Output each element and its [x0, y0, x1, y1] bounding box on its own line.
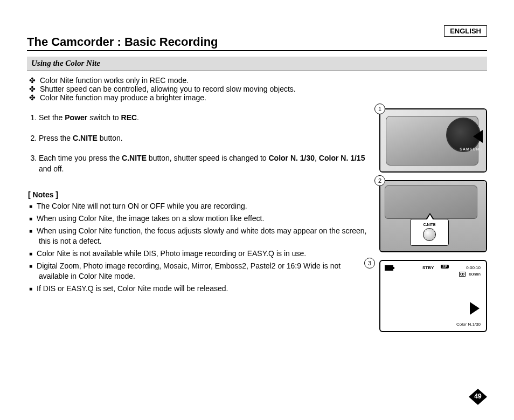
callout-bubble: C.NITE: [410, 219, 449, 246]
bold-cnite: C.NITE: [73, 134, 98, 142]
bold-cnite: C.NITE: [122, 154, 147, 162]
arrow-left-icon: [473, 130, 483, 143]
page-number: 49: [469, 393, 487, 400]
cnite-button-icon: [423, 228, 436, 241]
battery-icon: [385, 265, 393, 271]
bold-power: Power: [65, 113, 87, 122]
notes-title: [ Notes ]: [28, 190, 369, 199]
osd-sp-badge: SP: [441, 265, 449, 268]
text: button, shutter speed is changed to: [147, 154, 269, 162]
camcorder-illustration: SAMSUNG: [380, 109, 486, 171]
step-3: Each time you press the C.NITE button, s…: [39, 153, 369, 174]
text-column: Color Nite function works only in REC mo…: [27, 76, 379, 340]
brand-label: SAMSUNG: [460, 147, 483, 151]
note-item: If DIS or EASY.Q is set, Color Nite mode…: [39, 284, 369, 294]
osd-remaining: 60min: [469, 272, 481, 277]
tape-icon: [459, 272, 466, 277]
note-item: When using Color Nite function, the focu…: [39, 226, 369, 246]
intro-bullet: Shutter speed can be controlled, allowin…: [39, 85, 369, 93]
text: .: [137, 113, 139, 122]
page-number-badge: 49: [469, 389, 487, 405]
text: Each time you press the: [39, 154, 122, 162]
figure-number-badge: 2: [374, 175, 385, 186]
play-icon: [470, 302, 480, 315]
figure-2: 2 C.NITE: [379, 180, 487, 252]
figure-number-badge: 1: [374, 104, 385, 114]
page-title: The Camcorder : Basic Recording: [27, 35, 487, 49]
button-illustration: C.NITE: [380, 181, 486, 251]
figure-frame: SAMSUNG: [379, 108, 487, 173]
figure-frame: C.NITE: [379, 180, 487, 252]
bold-color-n-115: Color N. 1/15: [319, 154, 365, 162]
steps-list: Set the Power switch to REC. Press the C…: [27, 113, 369, 174]
notes-list: The Color Nite will not turn ON or OFF w…: [27, 201, 369, 293]
title-rule: [27, 50, 487, 51]
intro-bullet: Color Nite function works only in REC mo…: [39, 76, 369, 85]
bold-rec: REC: [121, 113, 137, 122]
step-1: Set the Power switch to REC.: [39, 113, 369, 123]
content-row: Color Nite function works only in REC mo…: [27, 76, 487, 340]
section-header: Using the Color Nite: [27, 57, 487, 71]
text: button.: [98, 134, 123, 142]
figure-3: 3 STBY SP 0:00:10 60min Color N.1/30: [379, 260, 487, 332]
text: Set the: [39, 113, 65, 122]
bold-color-n-130: Color N. 1/30: [268, 154, 315, 162]
intro-bullets: Color Nite function works only in REC mo…: [27, 76, 369, 102]
figure-1: 1 SAMSUNG: [379, 108, 487, 173]
step-2: Press the C.NITE button.: [39, 133, 369, 144]
osd-stby-label: STBY: [422, 265, 434, 270]
note-item: The Color Nite will not turn ON or OFF w…: [39, 201, 369, 211]
note-item: Color Nite is not available while DIS, P…: [39, 249, 369, 259]
figure-number-badge: 3: [364, 258, 375, 268]
text: and off.: [39, 164, 64, 173]
figure-column: 1 SAMSUNG 2 C.NITE: [379, 108, 487, 340]
note-item: Digital Zoom, Photo image recording, Mos…: [39, 261, 369, 281]
button-label: C.NITE: [411, 223, 448, 226]
text: ,: [315, 154, 319, 162]
figure-frame: STBY SP 0:00:10 60min Color N.1/30: [379, 260, 487, 332]
text: Press the: [39, 134, 73, 142]
intro-bullet: Color Nite function may produce a bright…: [39, 93, 369, 102]
text: switch to: [87, 113, 121, 122]
osd-color-mode: Color N.1/30: [456, 322, 481, 327]
osd-screen: STBY SP 0:00:10 60min Color N.1/30: [380, 261, 486, 331]
osd-timecode: 0:00:10: [466, 265, 481, 270]
language-badge: ENGLISH: [444, 25, 487, 37]
manual-page: ENGLISH The Camcorder : Basic Recording …: [0, 0, 514, 420]
note-item: When using Color Nite, the image takes o…: [39, 214, 369, 224]
